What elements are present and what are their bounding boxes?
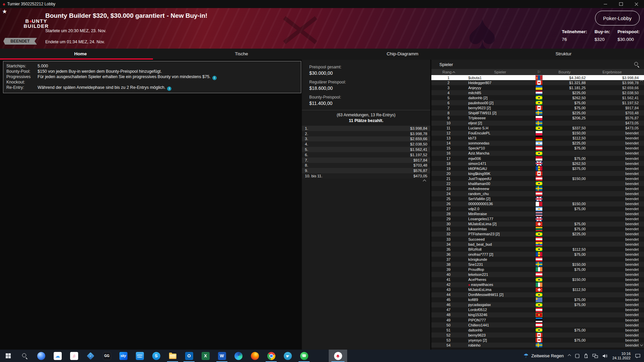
player-row[interactable]: 7berny9623 [2]$75,00$917,84 xyxy=(431,105,644,110)
clock-widget[interactable]: 10:16 24.11.2022 xyxy=(612,352,631,360)
player-row[interactable]: 38Sne1231$150,00beendet xyxy=(431,262,644,267)
poker-lobby-button[interactable]: Poker-Lobby xyxy=(595,11,640,25)
player-row[interactable]: 20king$king99Kbeendet xyxy=(431,171,644,176)
player-row[interactable]: 39Proudflop$75,00beendet xyxy=(431,267,644,272)
player-row[interactable]: 5daltonhb [2]$262,50$1.562,41 xyxy=(431,95,644,100)
player-row[interactable]: 16Aziz.Manchabeendet xyxy=(431,151,644,156)
firefox-icon[interactable] xyxy=(247,350,263,362)
player-row[interactable]: 34bad_beat_budbeendet xyxy=(431,242,644,247)
gg-icon[interactable]: GG xyxy=(99,350,115,362)
player-row[interactable]: 53yoyesyo [2]$75,00beendet xyxy=(431,338,644,343)
player-row[interactable]: 10eljest [2]$473,05 xyxy=(431,121,644,126)
word-icon[interactable]: W xyxy=(214,350,230,362)
player-row[interactable]: 19t4t0PAGAU$375,00beendet xyxy=(431,166,644,171)
tab-home[interactable]: Home xyxy=(0,49,161,60)
info-icon[interactable]: i xyxy=(212,76,217,80)
telegram-icon[interactable] xyxy=(279,350,296,362)
player-row[interactable]: 54robinhobeendet xyxy=(431,343,644,348)
player-row[interactable]: 52berny9623beendet xyxy=(431,333,644,338)
player-row[interactable]: 22khalifaman00beendet xyxy=(431,181,644,186)
chrome-icon[interactable] xyxy=(263,350,279,362)
minimize-button[interactable] xyxy=(598,0,613,8)
player-row[interactable]: 49PIPON777beendet xyxy=(431,317,644,322)
sky-icon[interactable]: sky xyxy=(115,350,131,362)
tray-chevron-up-icon[interactable] xyxy=(568,354,571,358)
notification-center-icon[interactable] xyxy=(635,353,641,358)
player-row[interactable]: 24random_chubeendet xyxy=(431,191,644,196)
column-rank[interactable]: Rang xyxy=(431,70,466,74)
player-row[interactable]: 45kofi89$75,00beendet xyxy=(431,297,644,302)
search-icon[interactable] xyxy=(634,62,639,67)
column-results[interactable]: Ergebnisse xyxy=(586,70,639,74)
player-row[interactable]: 26000000000136$150,00beendet xyxy=(431,201,644,206)
player-row[interactable]: 47Lordof0512beendet xyxy=(431,307,644,312)
column-bounty[interactable]: Bounty xyxy=(543,70,586,74)
player-row[interactable]: 42♠easywithacesbeendet xyxy=(431,282,644,287)
player-row[interactable]: 35BRzRoll$112,50beendet xyxy=(431,247,644,252)
player-row[interactable]: 44DontMesswithM11 [2]beendet xyxy=(431,292,644,297)
movies-icon[interactable]: ♪ xyxy=(82,350,99,362)
player-row[interactable]: 25SerVlaMin [2]beendet xyxy=(431,196,644,201)
player-row[interactable]: 48king153246beendet xyxy=(431,312,644,317)
tab-chip-diagramm[interactable]: Chip-Diagramm xyxy=(322,49,483,60)
player-row[interactable]: 46pycadasgalax$75,00beendet xyxy=(431,302,644,307)
itunes-icon[interactable]: ♫ xyxy=(66,350,82,362)
player-row[interactable]: 9Tr!pleeeee$206,25$576,87 xyxy=(431,116,644,121)
icloud-icon[interactable]: ☁ xyxy=(49,350,66,362)
player-row[interactable]: 51daltonhb$75,00beendet xyxy=(431,327,644,333)
player-row[interactable]: 50Chillero1441beendet xyxy=(431,322,644,327)
close-button[interactable] xyxy=(629,0,644,8)
player-row[interactable]: 43MiJatoEsLima$112,50beendet xyxy=(431,287,644,292)
excel-icon[interactable]: X xyxy=(197,350,214,362)
player-row[interactable]: 11Luciano S.H$337,50$473,05 xyxy=(431,126,644,131)
payout-collapse[interactable] xyxy=(302,179,430,182)
weather-widget[interactable]: ☂ Zeitweise Regen xyxy=(524,352,564,359)
player-row[interactable]: 37königkundebeendet xyxy=(431,257,644,262)
prime-icon[interactable]: primevideo xyxy=(131,350,148,362)
start-icon[interactable] xyxy=(0,350,16,362)
player-row[interactable]: 13kb73$112,50beendet xyxy=(431,136,644,141)
player-row[interactable]: 14sonmonedas$225,00beendet xyxy=(431,141,644,146)
edge-icon[interactable] xyxy=(230,350,247,362)
flag-column-icon[interactable]: ⚐ xyxy=(535,70,543,74)
maximize-button[interactable] xyxy=(613,0,629,8)
tab-tische[interactable]: Tische xyxy=(161,49,322,60)
player-row[interactable]: 36onofras*777 [2]$75,00beendet xyxy=(431,252,644,257)
player-row[interactable]: 6paulinhoo00 [2]$75,00$1.197,52 xyxy=(431,100,644,105)
player-row[interactable]: 29Losangeles177beendet xyxy=(431,217,644,222)
tab-struktur[interactable]: Struktur xyxy=(483,49,644,60)
pokerstars-icon[interactable]: ♠ xyxy=(329,350,347,362)
player-row[interactable]: 8ShipitFTW911 [2]$225,00$703,48 xyxy=(431,110,644,115)
player-row[interactable]: 31lukasrimtas$75,00beendet xyxy=(431,227,644,232)
player-row[interactable]: 23mrAndreeewbeendet xyxy=(431,186,644,191)
player-row[interactable]: 2Heidegger807$1.321,88$3.998,78 xyxy=(431,80,644,85)
photos-icon[interactable] xyxy=(33,350,49,362)
player-row[interactable]: 32PTFisherman23 [2]$225,00beendet xyxy=(431,232,644,237)
scroll-down-arrow[interactable] xyxy=(641,341,643,347)
column-player[interactable]: Spieler xyxy=(466,70,535,74)
player-row[interactable]: 21JustTrappedU$150,00beendet xyxy=(431,176,644,181)
speaker-icon[interactable] xyxy=(602,354,608,358)
player-row[interactable]: 33Succeeedbeendet xyxy=(431,237,644,242)
player-row[interactable]: 41AcePheres$150,00beendet xyxy=(431,277,644,282)
player-row[interactable]: 27vdp2.0$75,00beendet xyxy=(431,206,644,212)
player-row[interactable]: 3Anjeyyy$1.181,25$2.659,66 xyxy=(431,85,644,90)
player-row[interactable]: 4mitch85$225,00$2.038,50 xyxy=(431,90,644,95)
player-row[interactable]: 30MiJatoEsLima [2]$75,00beendet xyxy=(431,222,644,227)
player-row[interactable]: 17mjw006$75,00beendet xyxy=(431,156,644,161)
network-icon[interactable] xyxy=(592,354,598,358)
tablet-mode-icon[interactable] xyxy=(575,354,580,358)
player-row[interactable]: 28MinReraisebeendet xyxy=(431,212,644,217)
player-row[interactable]: 40tekelson221beendet xyxy=(431,272,644,277)
player-row[interactable]: 18simon1471$262,50beendet xyxy=(431,161,644,166)
search-icon[interactable] xyxy=(16,350,33,362)
player-row[interactable]: 15Specki*10$75,00beendet xyxy=(431,146,644,151)
scroll-up-arrow[interactable] xyxy=(641,77,643,83)
player-row[interactable]: 12FouEnculePL$150,00beendet xyxy=(431,131,644,136)
outlook-icon[interactable]: O xyxy=(181,350,197,362)
info-icon[interactable]: i xyxy=(167,86,171,91)
usb-device-icon[interactable] xyxy=(584,353,588,358)
whatsapp-icon[interactable]: ☎ xyxy=(296,350,312,362)
skype-icon[interactable]: S xyxy=(148,350,164,362)
player-row[interactable]: 1$ubuta1$4.340,62$3.998,84 xyxy=(431,75,644,80)
